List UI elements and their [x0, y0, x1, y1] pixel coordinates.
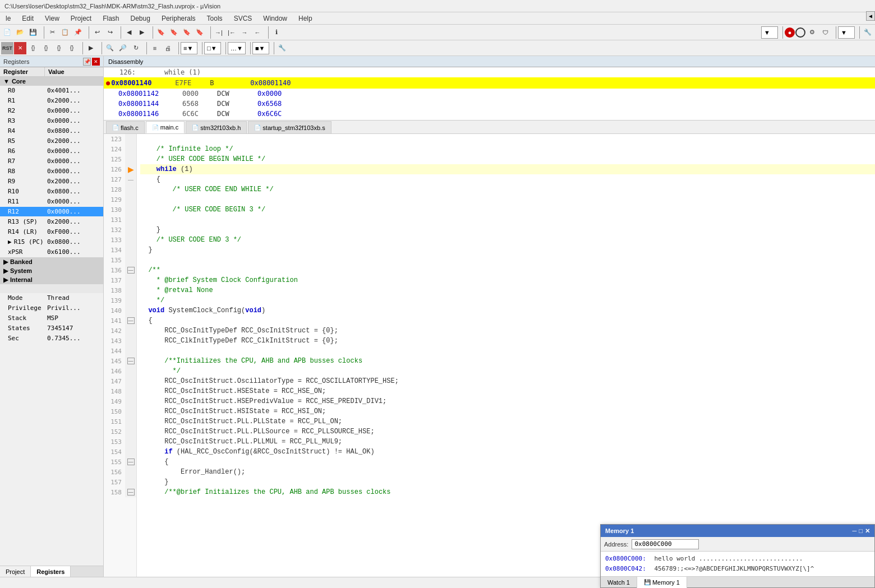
- menu-flash[interactable]: Flash: [99, 13, 122, 24]
- reg-r6[interactable]: R6 0x0000...: [0, 146, 103, 156]
- tb2-btn1[interactable]: ✕: [14, 42, 26, 54]
- tb-size-select[interactable]: ▼: [838, 26, 855, 39]
- tb-circle-btn[interactable]: [795, 27, 805, 38]
- menu-debug[interactable]: Debug: [127, 13, 154, 24]
- menu-tools[interactable]: Tools: [204, 13, 226, 24]
- tb2-arrow-right[interactable]: ▶: [85, 42, 97, 54]
- dis-row-2[interactable]: 0x08001144 6568 DCW 0x6568: [104, 99, 875, 109]
- reg-privilege[interactable]: Privilege Privil...: [0, 303, 103, 313]
- reg-r13[interactable]: R13 (SP) 0x2000...: [0, 217, 103, 227]
- tb-cut[interactable]: ✂: [46, 26, 58, 39]
- tb-nav-fwd[interactable]: ▶: [136, 26, 148, 39]
- menu-le[interactable]: le: [2, 13, 14, 24]
- reg-r8[interactable]: R8 0x0000...: [0, 166, 103, 177]
- line-gutter-149: 149: [104, 396, 136, 406]
- memory-minimize[interactable]: ─: [853, 527, 857, 535]
- tb2-print[interactable]: 🖨: [162, 42, 174, 54]
- tb2-dropdown3[interactable]: …▼: [228, 42, 246, 54]
- tb-indent[interactable]: →|: [213, 26, 225, 39]
- tb2-refresh[interactable]: ↻: [130, 42, 142, 54]
- tb-cpu-select[interactable]: ▼: [761, 26, 778, 39]
- tb-redo[interactable]: ↪: [104, 26, 116, 39]
- reg-r3[interactable]: R3 0x0000...: [0, 116, 103, 126]
- menu-view[interactable]: View: [42, 13, 63, 24]
- dis-row-0[interactable]: ● 0x08001140 E7FE B 0x08001140: [104, 77, 875, 89]
- tb-debug-btn[interactable]: ●: [785, 27, 795, 38]
- tab-main[interactable]: 📄 main.c: [146, 121, 185, 133]
- reg-r7[interactable]: R7 0x0000...: [0, 156, 103, 166]
- memory-close[interactable]: ✕: [865, 527, 870, 535]
- tb-save[interactable]: 💾: [27, 26, 39, 39]
- tb-shield[interactable]: 🛡: [819, 26, 831, 39]
- tb2-dropdown2[interactable]: □▼: [204, 42, 221, 54]
- tb-bookmark1[interactable]: 🔖: [155, 26, 167, 39]
- tb2-wrench[interactable]: 🔧: [276, 42, 288, 54]
- tab-flash[interactable]: 📄 flash.c: [106, 121, 145, 133]
- tb-config[interactable]: 🔧: [862, 26, 874, 39]
- memory-panel-header[interactable]: Memory 1 ─ □ ✕: [601, 525, 874, 537]
- reg-r15[interactable]: ▶R15 (PC) 0x0800...: [0, 237, 103, 247]
- menu-help[interactable]: Help: [295, 13, 316, 24]
- tab-stm32h[interactable]: 📄 stm32f103xb.h: [186, 121, 247, 133]
- tb-bookmark4[interactable]: 🔖: [194, 26, 206, 39]
- tb-open[interactable]: 📂: [14, 26, 26, 39]
- reg-mode[interactable]: Mode Thread: [0, 293, 103, 303]
- tb-new[interactable]: 📄: [1, 26, 13, 39]
- dis-row-3[interactable]: 0x08001146 6C6C DCW 0x6C6C: [104, 109, 875, 119]
- memory-maximize[interactable]: □: [859, 527, 863, 535]
- tb-copy[interactable]: 📋: [59, 26, 71, 39]
- tb2-braces3[interactable]: {}: [53, 42, 65, 54]
- code-area[interactable]: 123 124 125 126 ▶: [104, 134, 875, 577]
- reg-stack[interactable]: Stack MSP: [0, 313, 103, 323]
- project-tab[interactable]: Project: [0, 566, 31, 577]
- tb2-rst[interactable]: RST: [1, 42, 13, 54]
- tb-outdent[interactable]: |←: [225, 26, 238, 39]
- reg-r14[interactable]: R14 (LR) 0xF000...: [0, 227, 103, 237]
- tb2-dropdown[interactable]: ≡▼: [181, 42, 197, 54]
- tb2-dropdown4[interactable]: ■▼: [252, 42, 269, 54]
- tb2-list[interactable]: ≡: [149, 42, 161, 54]
- memory-tab[interactable]: 💾Memory 1: [637, 577, 687, 588]
- line-numbers-gutter: 123 124 125 126 ▶: [104, 134, 137, 577]
- menu-project[interactable]: Project: [67, 13, 95, 24]
- tb-bookmark2[interactable]: 🔖: [168, 26, 180, 39]
- menu-svcs[interactable]: SVCS: [231, 13, 256, 24]
- tb2-braces[interactable]: {}: [27, 42, 39, 54]
- tb-paste[interactable]: 📌: [72, 26, 84, 39]
- tb2-braces4[interactable]: {}: [66, 42, 78, 54]
- code-text-area[interactable]: /* Infinite loop */ /* USER CODE BEGIN W…: [137, 134, 875, 577]
- menu-window[interactable]: Window: [260, 13, 291, 24]
- tb-tools-btn[interactable]: ⚙: [806, 26, 818, 39]
- reg-sec[interactable]: Sec 0.7345...: [0, 334, 103, 344]
- tb-bookmark3[interactable]: 🔖: [181, 26, 193, 39]
- menu-peripherals[interactable]: Peripherals: [158, 13, 199, 24]
- tb-nav-back[interactable]: ◀: [123, 26, 135, 39]
- menu-edit[interactable]: Edit: [19, 13, 37, 24]
- tb-outdent2[interactable]: ←: [251, 26, 264, 39]
- tb-indent2[interactable]: →: [238, 26, 251, 39]
- reg-states[interactable]: States 7345147: [0, 323, 103, 334]
- reg-r11[interactable]: R11 0x0000...: [0, 197, 103, 207]
- tb2-mag[interactable]: 🔎: [117, 42, 129, 54]
- disassembly-area[interactable]: 126: while (1) ● 0x08001140 E7FE B 0x080…: [104, 67, 875, 121]
- reg-xpsr[interactable]: xPSR 0x6100...: [0, 247, 103, 257]
- tb2-search[interactable]: 🔍: [104, 42, 116, 54]
- reg-r1[interactable]: R1 0x2000...: [0, 96, 103, 106]
- reg-r0[interactable]: R0 0x4001...: [0, 86, 103, 96]
- tb-info[interactable]: ℹ: [270, 26, 283, 39]
- panel-close[interactable]: ✕: [92, 58, 100, 66]
- tb-undo[interactable]: ↩: [91, 26, 103, 39]
- reg-r12[interactable]: R12 0x0000...: [0, 207, 103, 217]
- watch-tab[interactable]: Watch 1: [601, 577, 637, 588]
- memory-address-input[interactable]: [632, 539, 699, 549]
- reg-r5[interactable]: R5 0x2000...: [0, 136, 103, 146]
- tab-startup[interactable]: 📄 startup_stm32f103xb.s: [248, 121, 331, 133]
- panel-pin[interactable]: 📌: [83, 58, 91, 66]
- dis-row-1[interactable]: 0x08001142 0000 DCW 0x0000: [104, 89, 875, 99]
- reg-r4[interactable]: R4 0x0800...: [0, 126, 103, 136]
- reg-r10[interactable]: R10 0x0800...: [0, 187, 103, 197]
- reg-r2[interactable]: R2 0x0000...: [0, 106, 103, 116]
- tb2-braces2[interactable]: {}: [40, 42, 52, 54]
- registers-tab[interactable]: Registers: [31, 566, 71, 577]
- reg-r9[interactable]: R9 0x2000...: [0, 177, 103, 187]
